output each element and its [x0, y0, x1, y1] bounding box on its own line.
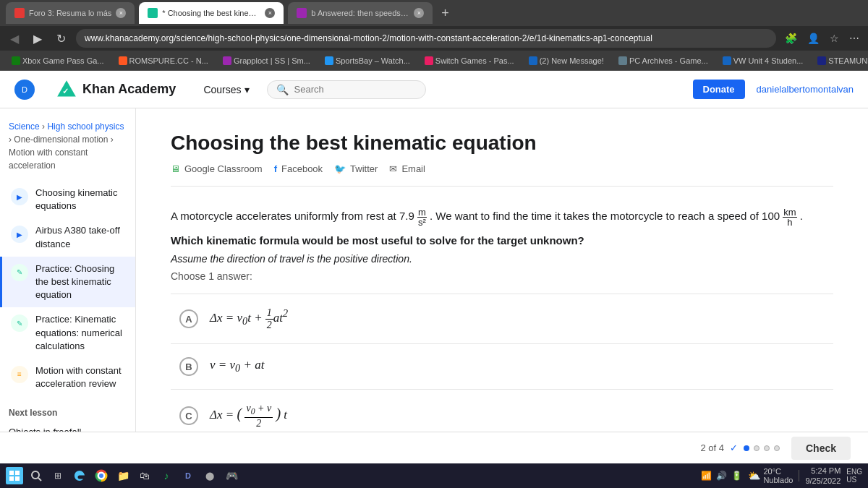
- search-input[interactable]: [294, 84, 417, 95]
- sidebar-exercise-icon-2: ✎: [11, 314, 28, 332]
- share-facebook[interactable]: f Facebook: [274, 163, 323, 174]
- taskbar-chrome-icon[interactable]: [93, 467, 110, 484]
- sidebar-video-icon-1: ▶: [11, 188, 28, 205]
- browser-tabs-bar: Foro 3: Resuma lo más × * Choosing the b…: [0, 0, 868, 26]
- sidebar-breadcrumb: Science › High school physics › One-dime…: [0, 120, 135, 181]
- profile-icon[interactable]: 👤: [804, 31, 822, 46]
- ka-side-icons: D: [14, 80, 35, 100]
- ka-logo-area: ✓ Khan Academy: [55, 78, 176, 101]
- share-twitter[interactable]: 🐦 Twitter: [334, 163, 378, 174]
- address-input[interactable]: [76, 29, 776, 48]
- sidebar-video-icon-2: ▶: [11, 226, 28, 243]
- sidebar-next-lesson-label: Next lesson: [0, 396, 135, 421]
- forward-button[interactable]: ▶: [29, 30, 46, 47]
- taskbar-edge-icon[interactable]: [71, 467, 88, 484]
- weather-area: ⛅ 20°CNublado: [748, 467, 793, 484]
- weather-icon: ⛅: [748, 470, 760, 481]
- question-unit1: m s²: [417, 210, 430, 222]
- bm-roms-icon: [119, 56, 127, 65]
- bookmark-vw[interactable]: VW Unit 4 Studen...: [717, 55, 809, 67]
- bookmark-steam[interactable]: STEAMUNLOCKED...: [812, 55, 868, 67]
- question-italic: Assume the direction of travel is the po…: [171, 251, 833, 268]
- ka-nav: Courses ▾ 🔍: [197, 80, 425, 99]
- tab-foro[interactable]: Foro 3: Resuma lo más ×: [6, 2, 135, 24]
- bm-xbox-label: Xbox Game Pass Ga...: [22, 56, 104, 65]
- tab-khan-label: * Choosing the best kinem...: [162, 9, 260, 17]
- bm-pc-icon: [618, 56, 627, 65]
- wifi-icon[interactable]: 📶: [701, 471, 712, 481]
- svg-line-7: [38, 478, 41, 481]
- menu-icon[interactable]: ⋯: [846, 31, 862, 46]
- share-email[interactable]: ✉ Email: [389, 163, 425, 174]
- tab-brainly-close[interactable]: ×: [414, 8, 424, 18]
- username-link[interactable]: danielalbertomontalvan: [757, 84, 854, 95]
- tab-khan-close[interactable]: ×: [265, 8, 275, 18]
- bookmark-roms[interactable]: ROMSPURE.CC - N...: [113, 55, 214, 67]
- taskbar-widgets-icon[interactable]: ⊞: [49, 467, 67, 484]
- sidebar-label-practice-numerical: Practice: Kinematic equations: numerical…: [35, 313, 127, 353]
- tab-foro-close[interactable]: ×: [116, 8, 126, 18]
- sidebar-item-practice-choosing[interactable]: ✎ Practice: Choosing the best kinematic …: [0, 257, 135, 308]
- taskbar-discord-icon[interactable]: D: [179, 467, 197, 484]
- taskbar-files-icon[interactable]: 📁: [114, 467, 132, 484]
- favorites-icon[interactable]: ☆: [827, 31, 842, 46]
- brainly-favicon: [297, 8, 307, 18]
- bm-steam-label: STEAMUNLOCKED...: [828, 56, 868, 65]
- breadcrumb-motion: One-dimensional motion: [14, 134, 110, 145]
- answer-option-b[interactable]: B v = v0 + at: [171, 344, 833, 390]
- answer-option-a[interactable]: A Δx = v0t + 12at2: [171, 294, 833, 344]
- bm-grap-icon: [223, 56, 231, 65]
- email-icon: ✉: [389, 163, 397, 174]
- breadcrumb-physics[interactable]: High school physics: [47, 121, 124, 132]
- back-button[interactable]: ◀: [6, 30, 23, 47]
- bm-vw-icon: [723, 56, 731, 65]
- bookmark-grap[interactable]: Grapploct | SS | Sm...: [217, 55, 316, 67]
- notification-icons: 📶 🔊 🔋: [701, 471, 742, 481]
- extensions-icon[interactable]: 🧩: [782, 31, 800, 46]
- share-bar: 🖥 Google Classroom f Facebook 🐦 Twitter …: [171, 163, 833, 187]
- bookmark-sports[interactable]: SportsBay – Watch...: [319, 55, 416, 67]
- question-text-part1: A motorcycle accelerates uniformly from …: [171, 210, 417, 222]
- check-button[interactable]: Check: [791, 437, 851, 460]
- weather-text: 20°CNublado: [763, 467, 793, 484]
- breadcrumb-science[interactable]: Science: [9, 121, 40, 132]
- bm-msg-icon: [529, 56, 537, 65]
- taskbar-xbox-icon[interactable]: 🎮: [223, 467, 240, 484]
- taskbar-store-icon[interactable]: 🛍: [136, 467, 153, 484]
- bm-msg-label: (2) New Message!: [540, 56, 604, 65]
- courses-chevron-icon: ▾: [244, 84, 250, 95]
- svg-rect-2: [9, 471, 14, 475]
- reload-button[interactable]: ↻: [52, 30, 70, 47]
- taskbar-spotify-icon[interactable]: ♪: [158, 467, 175, 484]
- bookmark-switch[interactable]: Switch Games - Pas...: [419, 55, 520, 67]
- donate-button[interactable]: Donate: [693, 80, 745, 99]
- answer-formula-c: Δx = ( v0 + v2 ) t: [210, 403, 287, 429]
- sidebar-item-choosing-kinematic[interactable]: ▶ Choosing kinematic equations: [0, 181, 135, 218]
- sidebar-label-airbus: Airbus A380 take-off distance: [35, 224, 127, 250]
- dot-1: [744, 445, 749, 451]
- taskbar-search-icon[interactable]: [27, 467, 45, 484]
- answer-circle-c: C: [179, 406, 198, 425]
- sidebar-item-airbus[interactable]: ▶ Airbus A380 take-off distance: [0, 218, 135, 256]
- facebook-label: Facebook: [281, 163, 323, 174]
- start-button[interactable]: [6, 467, 23, 484]
- taskbar-time[interactable]: 5:24 PM 9/25/2022: [805, 466, 841, 487]
- sidebar-label-practice-choosing: Practice: Choosing the best kinematic eq…: [35, 262, 127, 302]
- new-tab-button[interactable]: +: [437, 6, 454, 21]
- ka-profile-circle[interactable]: D: [14, 80, 35, 100]
- tab-khan[interactable]: * Choosing the best kinem... ×: [139, 2, 284, 24]
- sidebar-item-practice-numerical[interactable]: ✎ Practice: Kinematic equations: numeric…: [0, 307, 135, 359]
- courses-button[interactable]: Courses ▾: [197, 81, 255, 98]
- sidebar-label-choosing: Choosing kinematic equations: [35, 187, 127, 213]
- bookmark-xbox[interactable]: Xbox Game Pass Ga...: [6, 55, 110, 67]
- bookmark-msg[interactable]: (2) New Message!: [523, 55, 610, 67]
- bookmark-pc[interactable]: PC Archives - Game...: [613, 55, 714, 67]
- battery-icon[interactable]: 🔋: [731, 471, 742, 481]
- tab-brainly-label: b Answered: then speeds up...: [311, 9, 409, 17]
- taskbar-obs-icon[interactable]: ⬤: [201, 467, 218, 484]
- volume-icon[interactable]: 🔊: [716, 471, 727, 481]
- share-google-classroom[interactable]: 🖥 Google Classroom: [171, 163, 263, 174]
- tab-brainly[interactable]: b Answered: then speeds up... ×: [288, 2, 433, 24]
- sidebar-item-motion-review[interactable]: ≡ Motion with constant acceleration revi…: [0, 359, 135, 396]
- breadcrumb-constant: Motion with constant acceleration: [9, 147, 88, 171]
